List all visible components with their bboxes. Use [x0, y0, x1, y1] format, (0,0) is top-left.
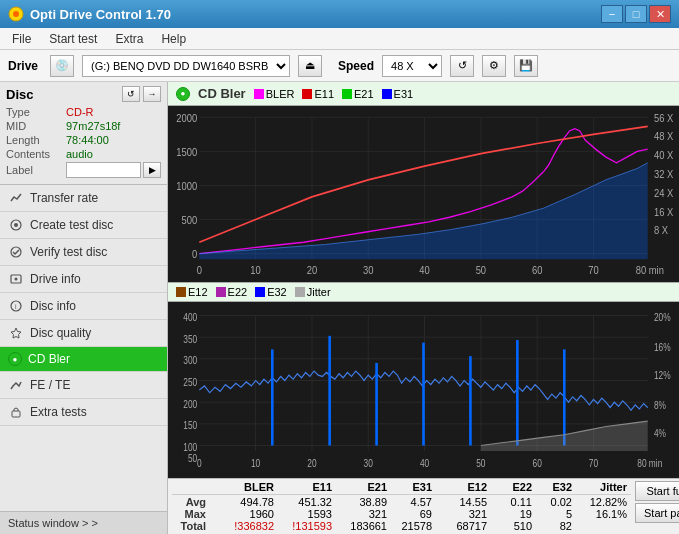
legend-dot-e12 — [176, 287, 186, 297]
settings-button[interactable]: ⚙ — [482, 55, 506, 77]
legend2-e22: E22 — [216, 286, 248, 298]
disc-info-icon: i — [8, 298, 24, 314]
drive-label: Drive — [8, 59, 38, 73]
legend-label-e12: E12 — [188, 286, 208, 298]
sidebar-item-label: Disc info — [30, 299, 76, 313]
disc-info-button[interactable]: → — [143, 86, 161, 102]
verify-test-disc-icon — [8, 244, 24, 260]
disc-quality-icon — [8, 325, 24, 341]
start-full-button[interactable]: Start full — [635, 481, 679, 501]
svg-rect-10 — [12, 411, 20, 417]
svg-text:400: 400 — [183, 311, 197, 323]
sidebar-item-extra-tests[interactable]: Extra tests — [0, 399, 167, 426]
stats-header-row: BLER E11 E21 E31 E12 E22 E32 Jitter — [172, 481, 631, 495]
stats-header-e32: E32 — [536, 481, 576, 493]
mid-value: 97m27s18f — [66, 120, 120, 132]
eject-button[interactable]: ⏏ — [298, 55, 322, 77]
sidebar-item-verify-test-disc[interactable]: Verify test disc — [0, 239, 167, 266]
sidebar-item-transfer-rate[interactable]: Transfer rate — [0, 185, 167, 212]
refresh-button[interactable]: ↺ — [450, 55, 474, 77]
drive-icon-button[interactable]: 💿 — [50, 55, 74, 77]
svg-text:20: 20 — [307, 265, 318, 276]
length-label: Length — [6, 134, 66, 146]
avg-e31: 4.57 — [391, 496, 436, 508]
total-e11: !131593 — [278, 520, 336, 532]
svg-text:16 X: 16 X — [654, 207, 674, 218]
stats-header-e11: E11 — [278, 481, 336, 493]
max-jitter: 16.1% — [576, 508, 631, 520]
disc-refresh-button[interactable]: ↺ — [122, 86, 140, 102]
charts-wrapper: 2000 1500 1000 500 0 56 X 48 X 40 X 32 X… — [168, 106, 679, 478]
legend-e21: E21 — [342, 88, 374, 100]
sidebar-item-label: Create test disc — [30, 218, 113, 232]
max-e21: 321 — [336, 508, 391, 520]
label-label: Label — [6, 164, 66, 176]
legend-dot-bler — [254, 89, 264, 99]
label-input[interactable] — [66, 162, 141, 178]
max-e11: 1593 — [278, 508, 336, 520]
sidebar-item-label: FE / TE — [30, 378, 70, 392]
window-title: Opti Drive Control 1.70 — [30, 7, 171, 22]
menu-help[interactable]: Help — [153, 30, 194, 48]
content-area: ● CD Bler BLER E11 E21 E31 — [168, 82, 679, 534]
stats-header-bler: BLER — [210, 481, 278, 493]
sidebar-item-drive-info[interactable]: Drive info — [0, 266, 167, 293]
contents-label: Contents — [6, 148, 66, 160]
svg-text:50: 50 — [188, 452, 197, 464]
stats-header-e21: E21 — [336, 481, 391, 493]
sidebar-item-create-test-disc[interactable]: Create test disc — [0, 212, 167, 239]
svg-point-6 — [15, 278, 18, 281]
svg-text:12%: 12% — [654, 369, 671, 381]
close-button[interactable]: ✕ — [649, 5, 671, 23]
menu-extra[interactable]: Extra — [107, 30, 151, 48]
avg-e32: 0.02 — [536, 496, 576, 508]
svg-text:20: 20 — [307, 457, 316, 469]
svg-text:300: 300 — [183, 354, 197, 366]
sidebar-item-disc-quality[interactable]: Disc quality — [0, 320, 167, 347]
save-button[interactable]: 💾 — [514, 55, 538, 77]
total-e22: 510 — [491, 520, 536, 532]
svg-text:24 X: 24 X — [654, 187, 674, 198]
svg-text:0: 0 — [192, 249, 198, 260]
length-value: 78:44:00 — [66, 134, 109, 146]
status-window-link[interactable]: Status window > > — [0, 511, 167, 534]
menu-file[interactable]: File — [4, 30, 39, 48]
label-apply-button[interactable]: ▶ — [143, 162, 161, 178]
sidebar-item-label: Transfer rate — [30, 191, 98, 205]
extra-tests-icon — [8, 404, 24, 420]
legend2-jitter: Jitter — [295, 286, 331, 298]
sidebar-item-cd-bler[interactable]: ● CD Bler — [0, 347, 167, 372]
legend-label-e22: E22 — [228, 286, 248, 298]
max-label: Max — [172, 508, 210, 520]
sidebar-item-fe-te[interactable]: FE / TE — [0, 372, 167, 399]
drive-select[interactable]: (G:) BENQ DVD DD DW1640 BSRB — [82, 55, 290, 77]
svg-text:80 min: 80 min — [636, 265, 664, 276]
menu-start-test[interactable]: Start test — [41, 30, 105, 48]
sidebar-item-label: Extra tests — [30, 405, 87, 419]
svg-text:40: 40 — [420, 457, 429, 469]
total-e21: 183661 — [336, 520, 391, 532]
legend2-e32: E32 — [255, 286, 287, 298]
svg-text:80 min: 80 min — [637, 457, 662, 469]
legend-dot-e21 — [342, 89, 352, 99]
legend-bler: BLER — [254, 88, 295, 100]
stats-row-max: Max 1960 1593 321 69 321 19 5 16.1% — [172, 508, 631, 520]
maximize-button[interactable]: □ — [625, 5, 647, 23]
avg-e11: 451.32 — [278, 496, 336, 508]
svg-text:200: 200 — [183, 398, 197, 410]
sidebar-item-disc-info[interactable]: i Disc info — [0, 293, 167, 320]
svg-text:60: 60 — [532, 265, 543, 276]
svg-text:70: 70 — [588, 265, 599, 276]
chart-header: ● CD Bler BLER E11 E21 E31 — [168, 82, 679, 106]
stats-row-avg: Avg 494.78 451.32 38.89 4.57 14.55 0.11 … — [172, 496, 631, 508]
start-part-button[interactable]: Start part — [635, 503, 679, 523]
total-label: Total — [172, 520, 210, 532]
legend-label-e32: E32 — [267, 286, 287, 298]
minimize-button[interactable]: − — [601, 5, 623, 23]
svg-text:1000: 1000 — [176, 181, 197, 192]
speed-select[interactable]: 48 X — [382, 55, 442, 77]
disc-title: Disc — [6, 87, 33, 102]
cd-bler-icon: ● — [8, 352, 22, 366]
menu-bar: File Start test Extra Help — [0, 28, 679, 50]
svg-text:0: 0 — [197, 265, 203, 276]
